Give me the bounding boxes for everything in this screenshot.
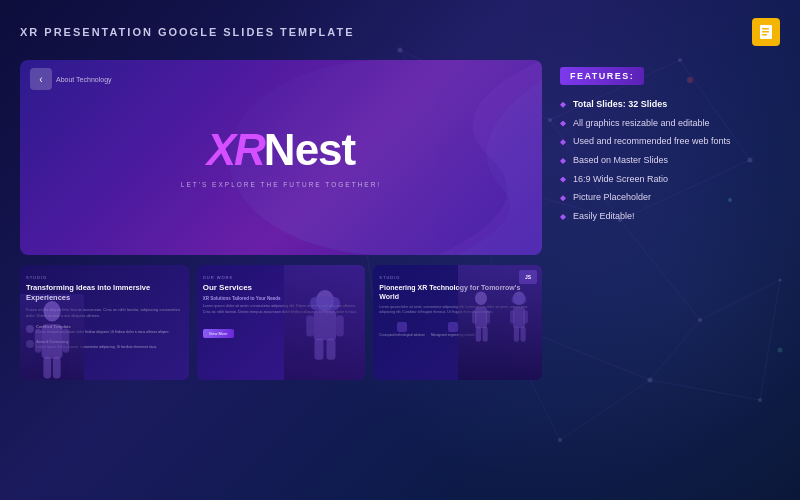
page-title: XR PRESENTATION GOOGLE SLIDES TEMPLATE: [20, 26, 355, 38]
hero-title-nest: Nest: [264, 125, 355, 175]
feature-item-2: Used and recommended free web fonts: [560, 136, 780, 148]
feature-text-6: Easily Editable!: [573, 211, 635, 223]
svg-rect-52: [314, 338, 323, 359]
feature-bullet-5: [560, 195, 566, 201]
svg-point-41: [43, 301, 60, 322]
svg-rect-38: [762, 28, 769, 30]
slide1-photo: [20, 294, 84, 380]
feature-item-4: 16:9 Wide Screen Ratio: [560, 174, 780, 186]
hero-title-xr: XR: [207, 125, 264, 175]
google-slides-icon: [752, 18, 780, 46]
slide1-category: Studio: [26, 275, 183, 280]
header: XR PRESENTATION GOOGLE SLIDES TEMPLATE: [20, 18, 780, 46]
svg-rect-56: [472, 310, 477, 324]
svg-rect-43: [35, 328, 42, 352]
hero-title: XR Nest LET'S EXPLORE THE FUTURE TOGETHE…: [181, 125, 381, 188]
slide3-icon1-box: [397, 322, 407, 332]
hero-subtitle: LET'S EXPLORE THE FUTURE TOGETHER!: [181, 181, 381, 188]
svg-rect-63: [510, 310, 515, 324]
feature-text-5: Picture Placeholder: [573, 192, 651, 204]
slides-preview: ‹ About Technology XR Nest LET'S EXPLORE…: [20, 60, 542, 480]
slide-3: Studio Pioneering XR Technology for Tomo…: [373, 265, 542, 380]
slide3-icon1-label: Conceptual technological advance: [379, 333, 425, 337]
feature-text-1: All graphics resizable and editable: [573, 118, 710, 130]
hero-slide: ‹ About Technology XR Nest LET'S EXPLORE…: [20, 60, 542, 255]
feature-item-6: Easily Editable!: [560, 211, 780, 223]
features-list: Total Slides: 32 Slides All graphics res…: [560, 99, 780, 223]
svg-rect-65: [514, 326, 519, 341]
slide-2: Our Work Our Services XR Solutions Tailo…: [197, 265, 366, 380]
svg-rect-40: [762, 34, 767, 36]
feature-item-1: All graphics resizable and editable: [560, 118, 780, 130]
feature-text-4: 16:9 Wide Screen Ratio: [573, 174, 668, 186]
svg-rect-59: [482, 326, 487, 341]
hero-nav: ‹ About Technology: [30, 68, 112, 90]
hero-back-arrow[interactable]: ‹: [30, 68, 52, 90]
svg-rect-48: [310, 296, 340, 310]
svg-rect-55: [475, 307, 487, 328]
svg-rect-44: [62, 328, 69, 352]
main-layout: ‹ About Technology XR Nest LET'S EXPLORE…: [20, 60, 780, 480]
feature-item-5: Picture Placeholder: [560, 192, 780, 204]
slide-1: Studio Transforming Ideas into Immersive…: [20, 265, 189, 380]
slide3-device: JS: [519, 270, 537, 284]
hero-nav-label: About Technology: [56, 76, 112, 83]
svg-rect-51: [336, 315, 344, 336]
svg-rect-46: [53, 357, 61, 379]
svg-rect-42: [42, 324, 63, 359]
svg-rect-53: [326, 338, 335, 359]
feature-text-3: Based on Master Slides: [573, 155, 668, 167]
slide2-photo: [284, 265, 365, 380]
svg-rect-50: [306, 315, 314, 336]
svg-rect-61: [511, 295, 526, 304]
feature-text-2: Used and recommended free web fonts: [573, 136, 731, 148]
feature-bullet-3: [560, 158, 566, 164]
svg-rect-58: [476, 326, 481, 341]
svg-rect-57: [485, 310, 490, 324]
svg-rect-49: [314, 310, 337, 340]
feature-bullet-0: [560, 102, 566, 108]
feature-bullet-4: [560, 177, 566, 183]
slide2-btn[interactable]: View More: [203, 329, 234, 338]
svg-point-54: [475, 291, 487, 305]
svg-rect-64: [523, 310, 528, 324]
feature-bullet-6: [560, 214, 566, 220]
slides-row: Studio Transforming Ideas into Immersive…: [20, 265, 542, 380]
slide3-icon2-box: [448, 322, 458, 332]
feature-bullet-1: [560, 121, 566, 127]
svg-rect-66: [520, 326, 525, 341]
feature-text-0: Total Slides: 32 Slides: [573, 99, 667, 111]
feature-item-3: Based on Master Slides: [560, 155, 780, 167]
svg-rect-39: [762, 31, 769, 33]
svg-rect-62: [513, 307, 525, 328]
feature-bullet-2: [560, 139, 566, 145]
slide3-icon1: Conceptual technological advance: [379, 322, 425, 337]
features-label: FEATURES:: [560, 67, 644, 85]
feature-item-0: Total Slides: 32 Slides: [560, 99, 780, 111]
features-panel: FEATURES: Total Slides: 32 Slides All gr…: [560, 60, 780, 480]
svg-rect-45: [43, 357, 51, 379]
